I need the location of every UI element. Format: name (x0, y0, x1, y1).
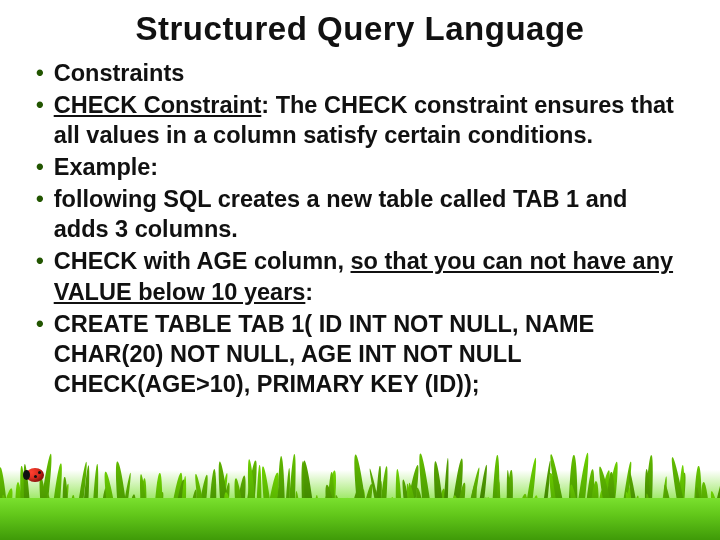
bullet-item: •CHECK Constraint: The CHECK constraint … (36, 90, 686, 150)
bullet-text: following SQL creates a new table called… (54, 184, 686, 244)
grass-decoration (0, 440, 720, 540)
bullet-text: CHECK with AGE column, so that you can n… (54, 246, 686, 306)
bullet-dot-icon: • (36, 58, 44, 88)
bullet-text: Example: (54, 152, 686, 182)
bullet-dot-icon: • (36, 90, 44, 150)
bullet-dot-icon: • (36, 152, 44, 182)
bullet-item: •CREATE TABLE TAB 1( ID INT NOT NULL, NA… (36, 309, 686, 399)
bullet-text: CREATE TABLE TAB 1( ID INT NOT NULL, NAM… (54, 309, 686, 399)
bullet-dot-icon: • (36, 246, 44, 306)
bullet-item: •Constraints (36, 58, 686, 88)
bullet-list: •Constraints•CHECK Constraint: The CHECK… (36, 58, 690, 399)
bullet-item: •Example: (36, 152, 686, 182)
slide: Structured Query Language •Constraints•C… (0, 0, 720, 540)
bullet-text: Constraints (54, 58, 686, 88)
bullet-dot-icon: • (36, 184, 44, 244)
slide-title: Structured Query Language (30, 10, 690, 48)
bullet-item: •CHECK with AGE column, so that you can … (36, 246, 686, 306)
bullet-text: CHECK Constraint: The CHECK constraint e… (54, 90, 686, 150)
ladybug-icon (26, 468, 44, 482)
bullet-dot-icon: • (36, 309, 44, 399)
bullet-item: •following SQL creates a new table calle… (36, 184, 686, 244)
